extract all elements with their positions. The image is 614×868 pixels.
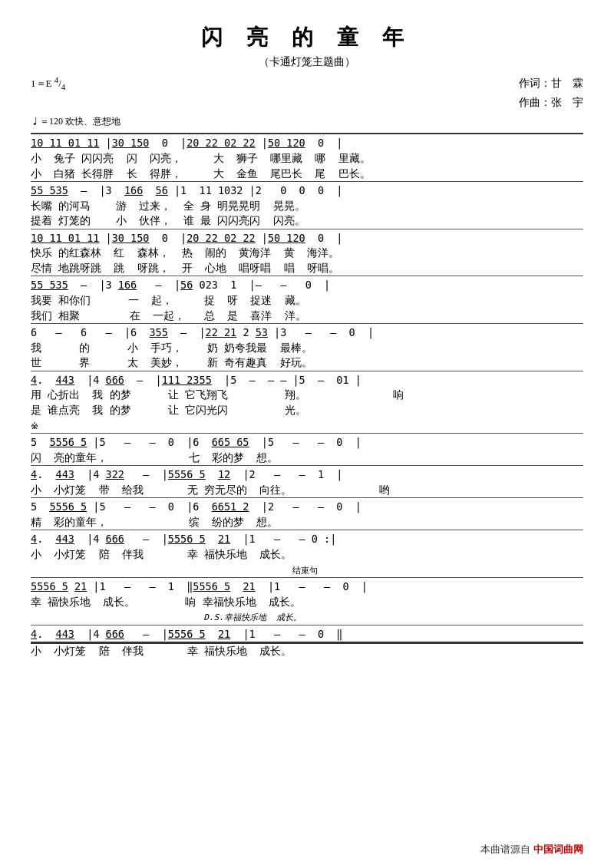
author-info: 作词：甘 霖 作曲：张 宇 bbox=[519, 74, 583, 112]
key-signature: 1＝E 4/4 bbox=[31, 74, 65, 94]
subtitle: （卡通灯笼主题曲） bbox=[31, 55, 583, 69]
key-info: 1＝E 4/4 bbox=[31, 74, 65, 94]
time-sig-bottom: 4 bbox=[61, 82, 65, 91]
header-info: 1＝E 4/4 作词：甘 霖 作曲：张 宇 bbox=[31, 74, 583, 112]
footer: 本曲谱源自 中国词曲网 bbox=[480, 843, 583, 856]
footer-source-text: 本曲谱源自 bbox=[480, 843, 530, 856]
score-content: 10 11 01 11 |30 150 0 |20 22 02 22 |50 1… bbox=[31, 133, 583, 659]
music-content: 10 11 01 11 |30 150 0 |20 22 02 22 |50 1… bbox=[31, 133, 583, 659]
page: 闪 亮 的 童 年 （卡通灯笼主题曲） 1＝E 4/4 作词：甘 霖 作曲：张 … bbox=[0, 0, 614, 868]
key-label: 1＝E bbox=[31, 78, 51, 89]
time-sig-top: 4 bbox=[54, 75, 58, 84]
lyricist: 作词：甘 霖 bbox=[519, 74, 583, 93]
title: 闪 亮 的 童 年 bbox=[31, 23, 583, 52]
footer-source-link: 中国词曲网 bbox=[533, 843, 583, 856]
composer: 作曲：张 宇 bbox=[519, 93, 583, 112]
tempo: ♩＝120 欢快、意想地 bbox=[31, 115, 583, 128]
